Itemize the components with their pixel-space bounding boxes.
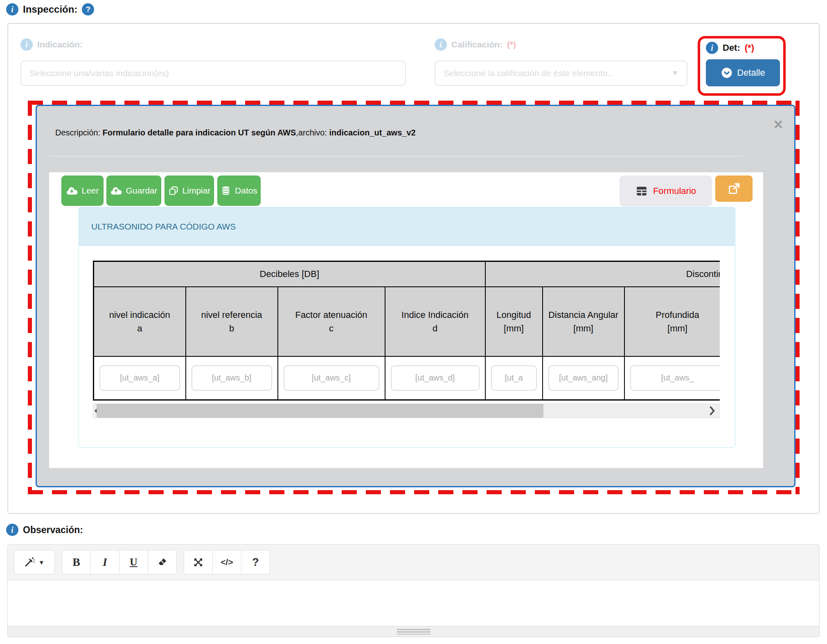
guardar-button[interactable]: Guardar: [106, 176, 161, 206]
code-view-button[interactable]: </>: [212, 550, 241, 574]
observacion-header: i Observación:: [6, 524, 83, 536]
indicacion-label: Indicación:: [37, 40, 83, 50]
style-group: ▼: [14, 550, 55, 574]
bold-button[interactable]: B: [62, 550, 91, 574]
det-label: Det:: [723, 43, 740, 53]
detalle-button[interactable]: Detalle: [706, 59, 780, 86]
ut-aws-prof-input[interactable]: [630, 365, 720, 391]
close-icon[interactable]: ×: [774, 117, 783, 132]
ultrasonido-panel: ULTRASONIDO PARA CÓDIGO AWS Decibeles [D…: [79, 207, 735, 448]
group-header-discontinuidades: Discontinuid: [485, 261, 720, 287]
arrows-alt-icon: [193, 557, 204, 568]
col-header-longitud: Longitud[mm]: [485, 287, 543, 356]
ultrasonido-panel-title: ULTRASONIDO PARA CÓDIGO AWS: [79, 207, 735, 246]
bold-icon: B: [72, 556, 80, 569]
calificacion-placeholder: Seleccione la calificación de éste eleme…: [444, 68, 615, 78]
code-icon: </>: [221, 557, 233, 567]
eraser-icon: [157, 557, 168, 567]
guardar-label: Guardar: [126, 186, 157, 196]
modal-description: Descripción: Formulario detalle para ind…: [55, 128, 416, 137]
editor-toolbar: ▼ B I U: [7, 544, 820, 580]
col-header-distancia-angular: Distancia Angular[mm]: [543, 287, 624, 356]
info-icon[interactable]: i: [6, 524, 18, 536]
inspeccion-panel: i Indicación: Seleccione una/varias indi…: [7, 23, 820, 514]
detalle-button-label: Detalle: [737, 68, 765, 78]
caret-down-icon: ▼: [38, 559, 45, 566]
ultrasonido-panel-body: Decibeles [DB] Discontinuid nivel indica…: [79, 246, 735, 447]
ut-table: Decibeles [DB] Discontinuid nivel indica…: [93, 261, 720, 401]
indicacion-field-group: i Indicación: Seleccione una/varias indi…: [20, 38, 406, 86]
inspeccion-header: i Inspección: ?: [6, 3, 94, 16]
magic-style-button[interactable]: ▼: [14, 550, 55, 574]
ut-aws-longitud-input[interactable]: [491, 365, 537, 391]
modal-form-area: Leer Guardar Limpiar: [49, 172, 763, 468]
calificacion-label: Calificación:: [451, 40, 503, 50]
open-external-button[interactable]: [715, 176, 753, 202]
page-title: Inspección:: [23, 4, 77, 15]
cloud-download-icon: [66, 186, 78, 196]
help-icon[interactable]: ?: [82, 3, 94, 16]
editor-text-area[interactable]: [7, 580, 820, 626]
detalle-modal: × Descripción: Formulario detalle para i…: [36, 105, 795, 487]
scrollbar-thumb[interactable]: [97, 404, 543, 418]
col-header-nivel-referencia: nivel referenciab: [186, 287, 278, 356]
info-icon[interactable]: i: [6, 3, 18, 16]
description-middle: ,archivo:: [296, 128, 329, 137]
underline-button[interactable]: U: [119, 550, 148, 574]
calificacion-field-group: i Calificación: (*) Seleccione la califi…: [435, 38, 687, 86]
font-group: B I U: [62, 550, 177, 574]
misc-group: </> ?: [184, 550, 270, 574]
magic-wand-icon: [24, 557, 35, 567]
ut-aws-c-input[interactable]: [284, 365, 379, 391]
observacion-editor: ▼ B I U: [7, 544, 820, 637]
horizontal-scrollbar[interactable]: [93, 403, 720, 418]
chevron-right-icon[interactable]: [706, 405, 718, 417]
italic-button[interactable]: I: [90, 550, 119, 574]
table-icon: [635, 185, 648, 197]
col-header-factor-atenuacion: Factor atenuaciónc: [278, 287, 385, 356]
clear-format-button[interactable]: [148, 550, 177, 574]
calificacion-select[interactable]: Seleccione la calificación de éste eleme…: [435, 61, 687, 86]
description-name: Formulario detalle para indicacion UT se…: [103, 128, 296, 137]
description-prefix: Descripción:: [55, 128, 103, 137]
external-link-icon: [728, 182, 741, 195]
ut-aws-b-input[interactable]: [192, 365, 272, 391]
info-icon[interactable]: i: [706, 42, 718, 54]
cloud-upload-icon: [110, 186, 122, 196]
italic-icon: I: [103, 556, 107, 569]
group-header-decibeles: Decibeles [DB]: [94, 261, 485, 287]
ut-table-viewport: Decibeles [DB] Discontinuid nivel indica…: [93, 261, 720, 401]
leer-button[interactable]: Leer: [61, 176, 104, 206]
underline-icon: U: [130, 556, 137, 568]
det-required-mark: (*): [745, 43, 754, 53]
editor-help-button[interactable]: ?: [241, 550, 270, 574]
col-header-nivel-indicacion: nivel indicacióna: [94, 287, 186, 356]
page: i Inspección: ? i Indicación: Seleccione…: [0, 0, 827, 644]
datos-button[interactable]: Datos: [217, 176, 261, 206]
ut-aws-d-input[interactable]: [391, 365, 480, 391]
database-icon: [221, 185, 231, 196]
fullscreen-button[interactable]: [184, 550, 213, 574]
leer-label: Leer: [81, 186, 99, 196]
indicacion-placeholder: Seleccione una/varias indicacion(es): [29, 68, 169, 78]
divider: [49, 156, 744, 157]
clone-icon: [168, 185, 179, 196]
formulario-button[interactable]: Formulario: [620, 176, 712, 207]
col-header-indice-indicacion: Indice Indicaciónd: [385, 287, 485, 356]
chevron-down-icon: ▼: [672, 69, 678, 77]
info-icon: i: [20, 38, 33, 51]
editor-resize-bar[interactable]: [7, 626, 820, 637]
ut-aws-ang-input[interactable]: [548, 365, 619, 391]
question-icon: ?: [252, 556, 259, 569]
formulario-label: Formulario: [653, 186, 696, 196]
det-highlight-annotation: i Det: (*) Detalle: [698, 36, 786, 96]
resize-grip-icon: [397, 629, 430, 635]
calificacion-required-mark: (*): [507, 40, 516, 50]
col-header-profundidad: Profundida[mm]: [624, 287, 720, 356]
ut-aws-a-input[interactable]: [99, 365, 180, 391]
datos-label: Datos: [235, 186, 257, 196]
indicacion-select[interactable]: Seleccione una/varias indicacion(es): [20, 61, 406, 86]
description-file: indicacion_ut_aws_v2: [329, 128, 415, 137]
info-icon: i: [435, 38, 447, 51]
limpiar-button[interactable]: Limpiar: [164, 176, 214, 206]
